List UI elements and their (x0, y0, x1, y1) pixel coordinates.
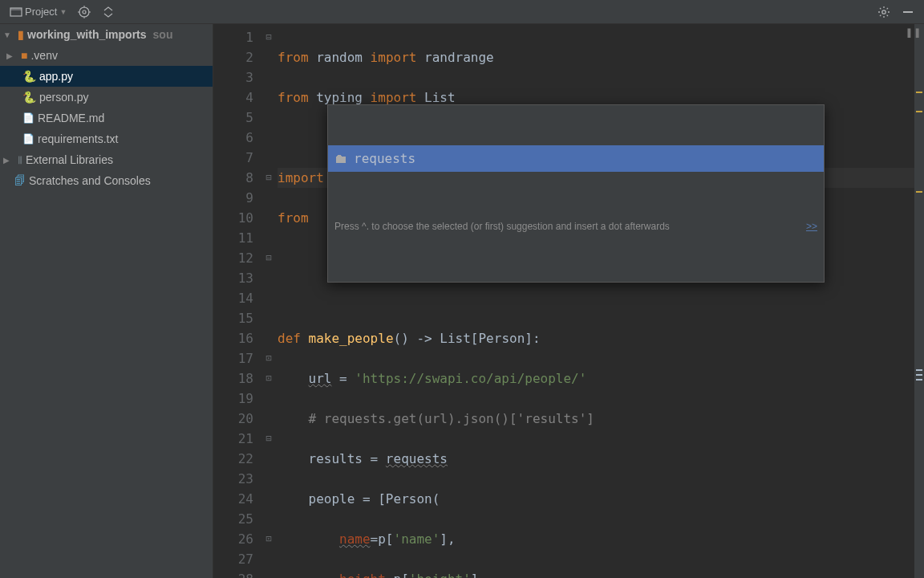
completion-hint: Press ^. to choose the selected (or firs… (328, 212, 824, 242)
tree-item-app[interactable]: 🐍 app.py (0, 66, 213, 87)
line-number: 14 (217, 288, 253, 308)
scratches-icon: 🗐 (14, 174, 26, 187)
line-number: 11 (217, 228, 253, 248)
library-icon: ⫴ (18, 153, 22, 167)
error-stripe[interactable]: ❚❚ (914, 24, 924, 578)
pause-icon: ❚❚ (906, 26, 922, 39)
marker[interactable] (916, 374, 922, 376)
python-file-icon: 🐍 (22, 91, 36, 104)
fold-toggle[interactable]: ⊟ (261, 429, 276, 449)
line-number: 18 (217, 368, 253, 389)
chevron-down-icon: ▼ (3, 31, 14, 39)
tree-label: README.md (38, 112, 104, 124)
line-number: 3 (217, 67, 253, 88)
text-file-icon: 📄 (22, 133, 34, 144)
project-tree[interactable]: ▼ ▮ working_with_imports sou ▶ ■ .venv 🐍… (0, 24, 213, 578)
line-number: 7 (217, 148, 253, 168)
gear-icon (877, 6, 890, 18)
line-number: 15 (217, 308, 253, 328)
line-number: 20 (217, 409, 253, 429)
hide-button[interactable] (898, 4, 918, 20)
line-number: 19 (217, 389, 253, 409)
marker[interactable] (916, 369, 922, 371)
project-root[interactable]: ▼ ▮ working_with_imports sou (0, 24, 213, 45)
fold-toggle[interactable]: ⊡ (261, 368, 276, 389)
expand-all-button[interactable] (99, 4, 118, 20)
line-number-gutter: 1234567891011121314151617181920212223242… (213, 24, 261, 578)
editor[interactable]: 1234567891011121314151617181920212223242… (213, 24, 924, 578)
tree-item-requirements[interactable]: 📄 requirements.txt (0, 128, 213, 149)
fold-toggle[interactable]: ⊟ (261, 248, 276, 268)
svg-rect-1 (10, 8, 22, 10)
line-number: 6 (217, 128, 253, 148)
tree-label: .venv (30, 49, 57, 62)
line-number: 5 (217, 108, 253, 128)
line-number: 2 (217, 47, 253, 67)
warning-marker[interactable] (916, 92, 922, 93)
package-icon: 🖿 (334, 149, 347, 169)
tree-item-person[interactable]: 🐍 person.py (0, 87, 213, 108)
tree-label: app.py (39, 70, 73, 83)
completion-item[interactable]: 🖿 requests (328, 145, 824, 172)
root-hint: sou (153, 28, 173, 41)
line-number: 22 (217, 449, 253, 469)
fold-gutter[interactable]: ⊟⊟⊟⊡⊡⊟⊡ (261, 24, 276, 578)
completion-more-link[interactable]: >> (806, 217, 817, 237)
warning-marker[interactable] (916, 111, 922, 112)
minimize-icon (902, 6, 914, 18)
markdown-file-icon: 📄 (22, 112, 34, 124)
fold-toggle[interactable]: ⊟ (261, 168, 276, 188)
line-number: 25 (217, 509, 253, 529)
svg-rect-9 (903, 11, 913, 13)
tree-label: requirements.txt (38, 132, 118, 145)
tree-item-venv[interactable]: ▶ ■ .venv (0, 45, 213, 66)
chevron-right-icon: ▶ (3, 156, 14, 165)
settings-button[interactable] (874, 4, 894, 20)
completion-text: requests (354, 149, 415, 169)
line-number: 17 (217, 348, 253, 368)
chevron-down-icon: ▼ (59, 8, 67, 16)
tree-label: Scratches and Consoles (29, 174, 151, 187)
fold-toggle[interactable]: ⊟ (261, 27, 276, 47)
marker[interactable] (916, 379, 922, 381)
line-number: 28 (217, 569, 253, 578)
toolbar: Project ▼ (0, 0, 924, 24)
line-number: 24 (217, 489, 253, 509)
target-icon (78, 6, 91, 18)
line-number: 10 (217, 208, 253, 228)
folder-icon: ▮ (18, 28, 24, 41)
python-file-icon: 🐍 (22, 70, 36, 83)
line-number: 1 (217, 27, 253, 47)
line-number: 27 (217, 549, 253, 569)
svg-point-2 (79, 7, 89, 17)
main-area: ▼ ▮ working_with_imports sou ▶ ■ .venv 🐍… (0, 24, 924, 578)
project-label: Project (25, 6, 57, 18)
tree-item-scratches[interactable]: 🗐 Scratches and Consoles (0, 170, 213, 191)
tree-label: person.py (39, 91, 88, 104)
project-icon (10, 6, 22, 18)
expand-icon (102, 6, 115, 18)
line-number: 12 (217, 248, 253, 268)
fold-toggle[interactable]: ⊡ (261, 529, 276, 549)
line-number: 13 (217, 268, 253, 288)
line-number: 26 (217, 529, 253, 549)
line-number: 9 (217, 188, 253, 208)
folder-icon: ■ (21, 49, 27, 62)
tree-item-external[interactable]: ▶ ⫴ External Libraries (0, 149, 213, 170)
project-tool-button[interactable]: Project ▼ (6, 4, 70, 20)
line-number: 8 (217, 168, 253, 188)
fold-toggle[interactable]: ⊡ (261, 348, 276, 368)
completion-popup[interactable]: 🖿 requests Press ^. to choose the select… (327, 104, 825, 283)
chevron-right-icon: ▶ (6, 51, 18, 60)
line-number: 21 (217, 429, 253, 449)
select-target-button[interactable] (75, 4, 94, 20)
warning-marker[interactable] (916, 191, 922, 193)
line-number: 16 (217, 328, 253, 348)
line-number: 23 (217, 469, 253, 489)
tree-label: External Libraries (26, 153, 113, 166)
tree-item-readme[interactable]: 📄 README.md (0, 108, 213, 128)
code-area[interactable]: from random import randrange from typing… (276, 24, 924, 578)
root-name: working_with_imports (27, 28, 147, 41)
line-number: 4 (217, 88, 253, 108)
svg-point-3 (83, 10, 86, 14)
